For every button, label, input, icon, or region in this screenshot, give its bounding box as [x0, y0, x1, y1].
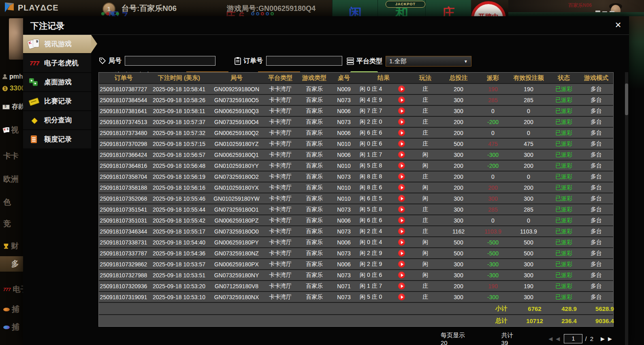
next-page-button[interactable]: ▶ [599, 336, 606, 342]
replay-icon[interactable] [398, 151, 405, 158]
replay-icon[interactable] [398, 239, 405, 246]
table-row[interactable]: 250918107319091 2025-09-18 10:53:10 GN07… [99, 292, 613, 302]
first-page-button[interactable]: ◀ [547, 336, 554, 342]
cell-valid-bet: 500 [509, 239, 548, 246]
order-no-input[interactable] [266, 56, 342, 66]
cell-round-no: GN006259180PZ [210, 217, 263, 224]
cell-platform: 卡卡湾厅 [263, 86, 297, 93]
slot-777-icon: 777 [28, 58, 41, 69]
cell-status: 已派彩 [548, 129, 579, 137]
roadmap-beads [101, 12, 119, 15]
replay-icon[interactable] [398, 162, 405, 169]
menu-item-quota-records[interactable]: 额度记录 [23, 130, 91, 148]
replay-icon[interactable] [398, 228, 405, 235]
menu-item-video-games[interactable]: K9 视讯游戏 [23, 35, 91, 53]
cell-play-type: 闲 [411, 151, 440, 159]
cell-total-bet: 200 [440, 283, 477, 289]
bg-menu-fragment[interactable]: 欧洲 [3, 174, 19, 184]
replay-icon[interactable] [398, 283, 405, 289]
menu-item-table-games[interactable]: 桌面游戏 [23, 73, 91, 91]
replay-icon[interactable] [398, 118, 405, 125]
table-row[interactable]: 250918107358188 2025-09-18 10:56:16 GN01… [99, 182, 613, 193]
bg-menu-fragment[interactable]: 卡卡 [3, 151, 19, 161]
bg-menu-fragment[interactable]: 多 [0, 256, 23, 272]
cell-platform: 卡卡湾厅 [263, 162, 297, 169]
page-input[interactable]: 1 [564, 334, 582, 343]
bg-menu-fragment[interactable]: 777电子 [3, 284, 23, 295]
bet-zone-player[interactable]: 闲 [332, 0, 378, 16]
cell-bet-time: 2025-09-18 10:55:42 [148, 217, 210, 224]
cell-platform: 卡卡湾厅 [263, 217, 297, 224]
cell-bet-time: 2025-09-18 10:57:32 [148, 130, 210, 136]
replay-icon[interactable] [398, 206, 405, 213]
table-row[interactable]: 250918107364816 2025-09-18 10:56:48 GN01… [99, 161, 613, 171]
bg-menu-fragment[interactable]: 捕 [3, 304, 19, 315]
bg-menu-fragment[interactable]: 财 [3, 241, 19, 251]
menu-item-match-records[interactable]: 比赛记录 [23, 92, 91, 110]
replay-icon[interactable] [398, 129, 405, 136]
cell-status: 已派彩 [548, 162, 579, 169]
table-row[interactable]: 250918107351541 2025-09-18 10:55:44 GN07… [99, 204, 613, 214]
table-row[interactable]: 250918107358704 2025-09-18 10:56:19 GN07… [99, 171, 613, 182]
table-header-cell: 桌号 [331, 74, 356, 82]
replay-icon[interactable] [398, 184, 405, 191]
cell-payout: 0 [477, 174, 509, 180]
close-icon[interactable]: × [612, 19, 624, 31]
table-row[interactable]: 250918107346344 2025-09-18 10:55:17 GN07… [99, 226, 613, 236]
replay-icon[interactable] [398, 261, 405, 268]
replay-icon[interactable] [398, 173, 405, 180]
bg-menu-fragment[interactable]: 竞 [3, 219, 11, 229]
cell-bet-time: 2025-09-18 10:58:41 [148, 86, 210, 92]
table-row[interactable]: 250918107351031 2025-09-18 10:55:42 GN00… [99, 215, 613, 225]
table-row[interactable]: 250918107370298 2025-09-18 10:57:15 GN01… [99, 139, 613, 149]
cell-order-no: 250918107320936 [99, 283, 148, 289]
tag-icon [98, 57, 107, 65]
order-filter: 订单号 [234, 56, 342, 66]
round-no-input[interactable] [125, 56, 215, 66]
table-row[interactable]: 250918107374513 2025-09-18 10:57:37 GN07… [99, 117, 613, 127]
page-separator: / [585, 335, 586, 342]
cell-game-mode: 多台 [579, 86, 613, 93]
table-row[interactable]: 250918107366424 2025-09-18 10:56:57 GN00… [99, 150, 613, 160]
last-page-button[interactable]: ▶ [606, 336, 614, 342]
table-row[interactable]: 250918107320936 2025-09-18 10:53:20 GN07… [99, 281, 613, 291]
table-row[interactable]: 250918107384544 2025-09-18 10:58:26 GN07… [99, 95, 613, 105]
replay-icon[interactable] [398, 294, 405, 300]
replay-icon[interactable] [398, 140, 405, 147]
deposit-button[interactable]: 存款 [2, 103, 23, 111]
clipboard-icon [234, 57, 241, 65]
bg-menu-fragment[interactable]: 捕 [3, 322, 19, 332]
table-row[interactable]: 250918107352068 2025-09-18 10:55:46 GN01… [99, 193, 613, 204]
replay-icon[interactable] [398, 107, 405, 114]
cell-valid-bet: 200 [509, 119, 548, 125]
replay-icon[interactable] [398, 217, 405, 224]
prev-page-button[interactable]: ◀ [554, 336, 561, 342]
cell-platform: 卡卡湾厅 [263, 96, 297, 104]
menu-item-points-query[interactable]: ◆ 积分查询 [23, 111, 91, 129]
scrollbar-thumb[interactable] [625, 84, 628, 115]
cell-play-type: 庄 [411, 206, 440, 213]
cell-game-mode: 多台 [579, 129, 613, 137]
replay-icon[interactable] [398, 272, 405, 279]
table-row[interactable]: 250918107381641 2025-09-18 10:58:11 GN00… [99, 106, 613, 116]
replay-icon[interactable] [398, 86, 405, 92]
table-row[interactable]: 250918107327988 2025-09-18 10:53:51 GN07… [99, 270, 613, 280]
table-row[interactable]: 250918107387727 2025-09-18 10:58:41 GN00… [99, 84, 613, 94]
bg-menu-fragment[interactable]: 色 [3, 197, 11, 208]
menu-item-slots[interactable]: 777 电子老虎机 [23, 54, 91, 72]
platform-type-select[interactable]: 1.全部 ▼ [386, 56, 471, 66]
cell-status: 已派彩 [548, 283, 579, 290]
replay-icon[interactable] [398, 96, 405, 103]
replay-icon[interactable] [398, 250, 405, 257]
table-row[interactable]: 250918107329862 2025-09-18 10:53:57 GN00… [99, 259, 613, 269]
cell-round-no: GN009259180ON [210, 86, 263, 92]
cell-round-no: GN073259180NX [210, 294, 263, 300]
replay-icon[interactable] [398, 195, 405, 202]
bet-zone-banker[interactable]: 庄 [425, 0, 471, 16]
table-row[interactable]: 250918107338731 2025-09-18 10:54:40 GN00… [99, 237, 613, 247]
scrollbar[interactable] [625, 72, 628, 345]
table-row[interactable]: 250918107373480 2025-09-18 10:57:32 GN00… [99, 128, 613, 138]
topbar: PLAYΔCE 1 台号:百家乐N06 游戏局号:GN006259180Q4 闲… [0, 0, 644, 16]
bg-menu-fragment[interactable]: 视 [3, 125, 19, 135]
table-row[interactable]: 250918107337787 2025-09-18 10:54:36 GN07… [99, 248, 613, 258]
